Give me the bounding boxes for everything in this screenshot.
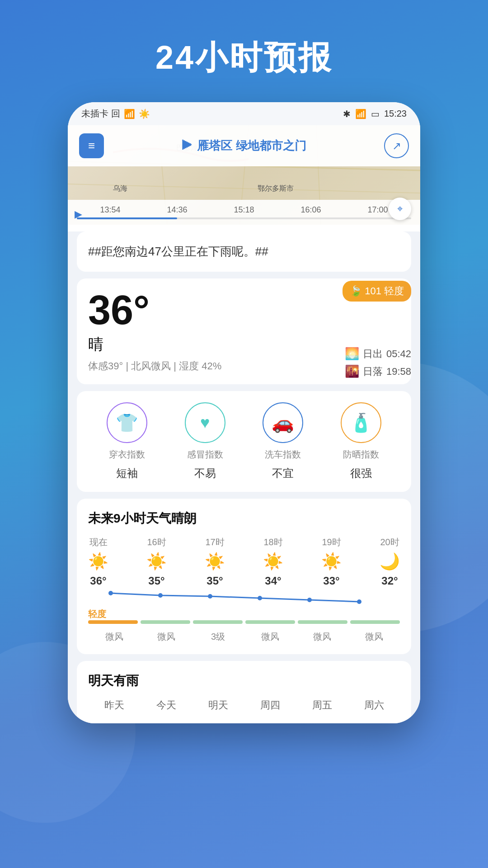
aqi-bars — [88, 620, 400, 624]
hour-icon-20: 🌙 — [380, 552, 400, 571]
weather-card: 36° 晴 体感39° | 北风微风 | 湿度 42% 🍃 101 轻度 — [77, 278, 411, 384]
hour-icon-19: ☀️ — [321, 552, 342, 571]
signal-icon: 📶 — [355, 108, 366, 119]
aqi-bar-2 — [141, 620, 190, 624]
day-yesterday: 昨天 — [88, 698, 140, 712]
leaf-icon: 🍃 — [350, 285, 362, 297]
hour-icon-18: ☀️ — [263, 552, 283, 571]
clothing-icon: 👕 — [116, 412, 138, 434]
aqi-label: 轻度 — [384, 284, 404, 298]
map-area: 巴彦淖尔 乌海 鄂尔多斯市 ≡ ⯈ 雁塔区 绿地都市之门 ↗ 13:54 14:… — [68, 125, 420, 225]
sunscreen-icon-wrap: 🧴 — [341, 402, 381, 443]
sunscreen-value: 很强 — [350, 466, 372, 481]
sunscreen-index[interactable]: 🧴 防晒指数 很强 — [341, 402, 381, 481]
hour-temp-18: 34° — [265, 575, 281, 587]
aqi-section: 轻度 — [88, 608, 400, 624]
hour-label-18: 18时 — [263, 536, 282, 548]
share-icon: ↗ — [392, 140, 401, 152]
svg-point-9 — [258, 596, 262, 600]
clothing-index[interactable]: 👕 穿衣指数 短袖 — [107, 402, 147, 481]
map-label-ordos: 鄂尔多斯市 — [258, 184, 294, 193]
phone-frame: 未插卡 回 📶 ☀️ ✱ 📶 ▭ 15:23 巴彦淖尔 乌海 — [68, 102, 420, 723]
svg-point-8 — [208, 594, 212, 599]
day-sat: 周六 — [348, 698, 400, 712]
timeline-progress-fill — [77, 217, 177, 219]
sunset-label: 日落 — [363, 365, 383, 378]
hour-18: 18时 ☀️ 34° — [263, 536, 283, 587]
time-1354: 13:54 — [100, 205, 120, 215]
day-thu: 周四 — [244, 698, 296, 712]
sunset-time: 19:58 — [386, 366, 411, 377]
sunrise-label: 日出 — [363, 347, 383, 361]
wind-4: 微风 — [244, 631, 296, 643]
time-1700: 17:00 — [367, 205, 388, 215]
share-button[interactable]: ↗ — [384, 133, 409, 158]
sunset-icon: 🌇 — [345, 364, 359, 378]
aqi-badge: 🍃 101 轻度 — [343, 281, 411, 302]
timeline-times: 13:54 14:36 15:18 16:06 17:00 — [77, 205, 411, 215]
svg-point-10 — [307, 598, 312, 602]
hour-now: 现在 ☀️ 36° — [88, 536, 108, 587]
clothing-value: 短袖 — [116, 466, 138, 481]
sunrise-icon: 🌅 — [345, 347, 359, 361]
cold-value: 不易 — [194, 466, 216, 481]
aqi-value: 101 — [365, 285, 381, 297]
daily-forecast-card: 明天有雨 昨天 今天 明天 周四 周五 周六 — [77, 661, 411, 723]
hour-temp-20: 32° — [381, 575, 398, 587]
hour-icon-17: ☀️ — [205, 552, 225, 571]
battery-icon: ▭ — [371, 108, 380, 119]
clothing-icon-wrap: 👕 — [107, 402, 147, 443]
aqi-bar-1 — [88, 620, 138, 624]
cold-index[interactable]: ♥ 感冒指数 不易 — [185, 402, 225, 481]
timeline-progress-bar[interactable] — [77, 217, 411, 219]
day-fri: 周五 — [296, 698, 348, 712]
aqi-bar-6 — [350, 620, 400, 624]
hour-temp-17: 35° — [206, 575, 223, 587]
menu-icon: ≡ — [88, 139, 95, 153]
svg-point-6 — [108, 591, 113, 595]
wind-info: 北风微风 — [131, 360, 171, 372]
temp-trend-container — [88, 591, 400, 604]
hourly-title: 未来9小时天气晴朗 — [88, 510, 400, 527]
life-indices-card: 👕 穿衣指数 短袖 ♥ 感冒指数 不易 🚗 洗车指数 — [77, 391, 411, 492]
day-tomorrow: 明天 — [192, 698, 244, 712]
sunrise-row: 🌅 日出 05:42 — [345, 347, 411, 361]
location-arrow-icon: ⯈ — [182, 139, 193, 153]
svg-point-7 — [158, 593, 163, 598]
hour-label-19: 19时 — [322, 536, 341, 548]
humidity-info: 湿度 42% — [179, 360, 221, 372]
target-icon: ⌖ — [397, 203, 403, 215]
carrier-text: 未插卡 回 — [81, 108, 120, 120]
location-target-button[interactable]: ⌖ — [389, 198, 411, 220]
sun-info: 🌅 日出 05:42 🌇 日落 19:58 — [345, 347, 411, 382]
hour-label-16: 16时 — [147, 536, 166, 548]
cold-icon: ♥ — [200, 413, 210, 432]
hour-label-20: 20时 — [380, 536, 399, 548]
status-right: ✱ 📶 ▭ 15:23 — [343, 108, 407, 119]
carwash-icon: 🚗 — [272, 412, 294, 434]
hour-icon-16: ☀️ — [146, 552, 167, 571]
wind-2: 微风 — [140, 631, 192, 643]
page-title: 24小时预报 — [155, 36, 333, 80]
status-bar: 未插卡 回 📶 ☀️ ✱ 📶 ▭ 15:23 — [68, 102, 420, 125]
daily-days-row: 昨天 今天 明天 周四 周五 周六 — [88, 698, 400, 712]
carwash-index[interactable]: 🚗 洗车指数 不宜 — [263, 402, 303, 481]
hourly-grid: 现在 ☀️ 36° 16时 ☀️ 35° 17时 ☀️ 35° 18时 ☀️ — [88, 536, 400, 587]
cold-icon-wrap: ♥ — [185, 402, 225, 443]
hour-temp-16: 35° — [148, 575, 164, 587]
hour-icon-now: ☀️ — [88, 552, 108, 571]
rain-notice-text: ##距您南边47公里正在下雨呢。## — [88, 243, 400, 260]
aqi-section-label: 轻度 — [88, 609, 106, 619]
wind-labels-row: 微风 微风 3级 微风 微风 微风 — [88, 631, 400, 643]
menu-button[interactable]: ≡ — [79, 133, 104, 158]
play-button[interactable]: ▶ — [75, 208, 82, 220]
weather-status-icon: ☀️ — [139, 108, 150, 119]
content-area: ##距您南边47公里正在下雨呢。## 36° 晴 体感39° | 北风微风 | … — [68, 231, 420, 723]
wind-1: 微风 — [88, 631, 140, 643]
status-left: 未插卡 回 📶 ☀️ — [81, 108, 150, 120]
hour-label-17: 17时 — [205, 536, 224, 548]
map-label-wuhai: 乌海 — [113, 184, 127, 193]
carwash-label: 洗车指数 — [265, 448, 301, 461]
location-display[interactable]: ⯈ 雁塔区 绿地都市之门 — [104, 138, 384, 154]
hour-temp-19: 33° — [323, 575, 339, 587]
